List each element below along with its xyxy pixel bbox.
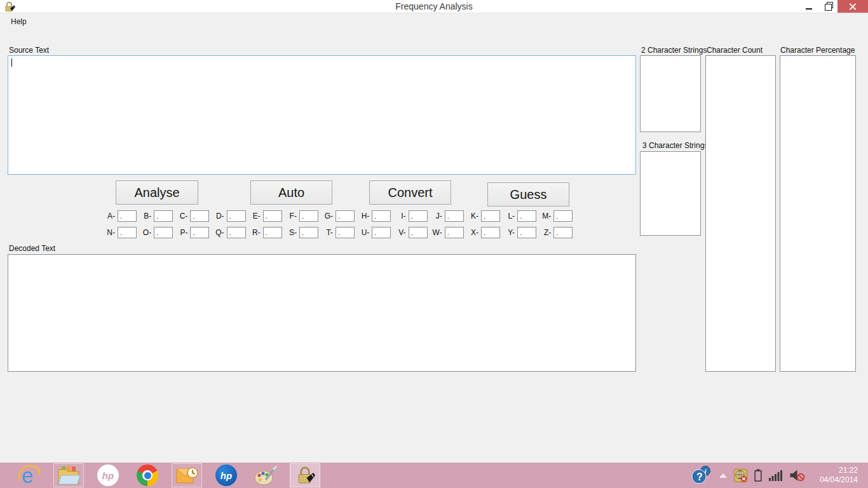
letter-substitution-input[interactable] — [190, 227, 209, 238]
taskbar-file-explorer-button[interactable] — [53, 463, 84, 487]
letter-cell: D- — [211, 210, 247, 222]
signal-bars-icon — [769, 470, 782, 481]
restore-button[interactable] — [818, 0, 837, 13]
source-text-area[interactable] — [8, 55, 636, 175]
taskbar-internet-explorer-button[interactable]: e — [14, 463, 44, 487]
network-signal-tray-button[interactable] — [769, 470, 782, 481]
letter-cell: P- — [174, 227, 210, 238]
letter-substitution-input[interactable] — [190, 210, 209, 222]
letter-substitution-input[interactable] — [227, 210, 246, 222]
letter-label: K- — [465, 212, 478, 220]
letter-cell: J- — [429, 210, 465, 222]
letter-substitution-input[interactable] — [336, 227, 355, 238]
taskbar-chrome-button[interactable] — [132, 463, 163, 487]
letter-label: E- — [247, 212, 261, 220]
auto-button[interactable]: Auto — [250, 180, 332, 205]
letter-label: N- — [102, 228, 115, 237]
letter-substitution-input[interactable] — [263, 210, 282, 222]
letter-substitution-input[interactable] — [118, 210, 137, 222]
letter-label: P- — [174, 228, 187, 237]
letter-substitution-input[interactable] — [409, 227, 428, 238]
analyse-button[interactable]: Analyse — [116, 180, 198, 205]
clock-date: 04/04/2014 — [812, 475, 858, 485]
letter-substitution-input[interactable] — [445, 210, 464, 222]
letter-label: Y- — [501, 228, 515, 237]
letter-label: Q- — [211, 228, 224, 237]
minimize-icon — [806, 8, 812, 10]
menu-help[interactable]: Help — [5, 14, 32, 29]
letter-substitution-input[interactable] — [372, 227, 391, 238]
two-char-strings-label: 2 Character Strings — [641, 46, 707, 55]
outlook-icon — [175, 465, 198, 485]
letter-cell: L- — [501, 210, 538, 222]
letter-substitution-input[interactable] — [336, 210, 355, 222]
letter-cell: U- — [356, 227, 392, 238]
guess-button[interactable]: Guess — [487, 182, 569, 207]
three-char-strings-listbox[interactable] — [640, 151, 701, 236]
letter-cell: R- — [247, 227, 283, 238]
titlebar: Frequency Analysis — [0, 0, 868, 13]
letter-cell: S- — [283, 227, 320, 238]
letter-substitution-input[interactable] — [481, 227, 500, 238]
window-title: Frequency Analysis — [0, 0, 868, 13]
letter-label: X- — [465, 228, 478, 237]
letter-cell: A- — [102, 210, 138, 222]
hp-white-icon: hp — [97, 464, 119, 486]
chevron-up-icon — [719, 473, 727, 478]
letter-substitution-input[interactable] — [481, 210, 500, 222]
hp-blue-icon: hp — [215, 464, 237, 486]
letter-substitution-input[interactable] — [299, 210, 318, 222]
letter-substitution-input[interactable] — [553, 210, 573, 222]
letter-cell: W- — [429, 227, 465, 238]
close-button[interactable] — [837, 0, 868, 13]
taskbar-hp-button[interactable]: hp — [93, 463, 123, 487]
taskbar: e hp — [0, 463, 868, 488]
letter-substitution-input[interactable] — [227, 227, 246, 238]
clock-time: 21:22 — [812, 466, 858, 475]
paint-icon — [254, 464, 278, 486]
letter-label: F- — [283, 212, 297, 220]
decoded-text-label: Decoded Text — [9, 244, 55, 253]
hp-support-tray-button[interactable]: i ? — [691, 465, 712, 485]
letter-label: T- — [320, 228, 333, 237]
letter-cell: N- — [102, 227, 138, 238]
taskbar-paint-button[interactable] — [250, 463, 281, 487]
two-char-strings-listbox[interactable] — [640, 55, 701, 132]
letter-cell: H- — [356, 210, 392, 222]
letter-cell: Q- — [211, 227, 247, 238]
source-text-label: Source Text — [9, 46, 49, 55]
hp-letters: hp — [220, 470, 232, 481]
letter-label: B- — [138, 212, 151, 220]
character-count-listbox[interactable] — [705, 55, 776, 372]
letter-substitution-input[interactable] — [154, 210, 173, 222]
frequency-analysis-lock-icon — [295, 465, 315, 486]
letter-substitution-input[interactable] — [154, 227, 173, 238]
letter-cell: V- — [393, 227, 429, 238]
minimize-button[interactable] — [799, 0, 818, 13]
letter-substitution-input[interactable] — [118, 227, 137, 238]
volume-tray-button[interactable] — [789, 469, 805, 482]
decoded-text-area[interactable] — [8, 254, 636, 372]
letter-substitution-input[interactable] — [263, 227, 282, 238]
taskbar-frequency-analysis-button[interactable] — [290, 463, 320, 487]
chrome-icon — [137, 464, 158, 486]
volume-muted-icon — [789, 469, 805, 482]
letter-substitution-input[interactable] — [409, 210, 428, 222]
network-status-tray-button[interactable] — [734, 469, 747, 482]
taskbar-clock[interactable]: 21:22 04/04/2014 — [812, 466, 858, 485]
letter-substitution-input[interactable] — [372, 210, 391, 222]
svg-text:?: ? — [696, 471, 703, 482]
letter-substitution-input[interactable] — [517, 210, 536, 222]
taskbar-outlook-button[interactable] — [172, 463, 202, 487]
taskbar-hp-blue-button[interactable]: hp — [211, 463, 241, 487]
battery-tray-button[interactable] — [754, 469, 762, 482]
letter-label: A- — [102, 212, 115, 220]
character-percentage-listbox[interactable] — [780, 55, 856, 372]
letter-substitution-input[interactable] — [299, 227, 318, 238]
show-hidden-icons-button[interactable] — [719, 473, 727, 478]
letter-substitution-input[interactable] — [553, 227, 573, 238]
letter-substitution-input[interactable] — [517, 227, 536, 238]
convert-button[interactable]: Convert — [369, 180, 451, 205]
file-explorer-icon — [57, 464, 81, 486]
letter-substitution-input[interactable] — [445, 227, 464, 238]
